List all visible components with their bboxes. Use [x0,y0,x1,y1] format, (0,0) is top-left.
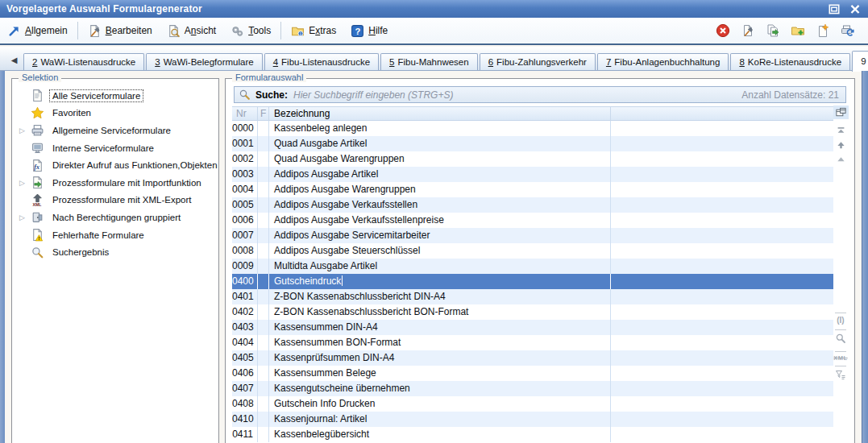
table-row[interactable]: 0411Kassenbelegübersicht [232,427,833,442]
cell-f [258,366,269,381]
tab-fibu-listenausdrucke[interactable]: 4Fibu-Listenausdrucke [264,53,379,71]
column-header-bezeichnung[interactable]: Bezeichnung [269,107,611,120]
tab-wawi-belegformulare[interactable]: 3WaWi-Belegformulare [146,53,262,71]
cell-spacer [611,259,833,274]
tree-item-fehlerhafte-formulare[interactable]: Fehlerhafte Formulare [12,226,218,244]
delete-button[interactable] [716,23,730,38]
scroll-up-button[interactable] [834,155,847,165]
column-header-nr[interactable]: Nr [232,107,258,120]
table-row[interactable]: 0004Addipos Ausgabe Warengruppen [232,182,833,197]
table-row[interactable]: 0402Z-BON Kassenabschlussbericht BON-For… [232,304,833,320]
parameters-button[interactable]: (I) [833,308,848,325]
new-form-button[interactable] [816,23,830,38]
add-folder-button[interactable] [791,23,805,38]
form-warning-icon [31,228,44,242]
tab-number: 8 [739,57,744,67]
table-row[interactable]: 0005Addipos Ausgabe Verkaufsstellen [232,197,833,213]
cell-spacer [611,167,833,182]
tab-number: 6 [488,57,493,67]
scroll-up-fast-button[interactable] [834,140,847,151]
table-row[interactable]: 0400Gutscheindruck [232,274,833,289]
table-row[interactable]: 0007Addipos Ausgabe Servicemitarbeiter [232,228,833,243]
table-row[interactable]: 0003Addipos Ausgabe Artikel [232,167,833,182]
table-row[interactable]: 0001Quad Ausgabe Artikel [232,136,833,151]
tree-item-nach-berechtigungen[interactable]: ▷Nach Berechtigungen gruppiert [12,209,218,226]
tab-kore-listenausdrucke[interactable]: 8KoRe-Listenausdrucke [730,53,850,71]
cell-spacer [611,350,833,366]
printer-forms-icon [31,123,44,137]
permissions-icon [31,210,44,224]
table-row[interactable]: 0405Kassenprüfsummen DIN-A4 [232,350,833,366]
scroll-first-button[interactable] [834,126,847,136]
tab-scroll-left-icon[interactable]: ◀ [8,52,20,68]
tab-fibu-anlagenbuchhaltung[interactable]: 7Fibu-Anlagenbuchhaltung [597,53,729,71]
tree-item-alle-serviceformulare[interactable]: Alle Serviceformulare [12,87,218,105]
print-refresh-button[interactable] [841,23,855,38]
menu-tools[interactable]: Tools [223,20,278,41]
table-row[interactable]: 0009Multidta Ausgabe Artikel [232,259,833,274]
cell-f [258,427,269,442]
menu-ansicht[interactable]: Ansicht [160,20,223,41]
menu-separator [77,22,78,39]
tree-item-prozessformulare-xml-export[interactable]: XMLProzessformulare mit XML-Export [12,192,218,209]
cell-f [258,167,269,182]
tree-item-label: Direkter Aufruf aus Funktionen,Objekten [50,159,218,171]
restore-icon[interactable] [828,3,841,15]
cell-spacer [611,228,833,243]
filter-button[interactable] [833,362,848,383]
tree-item-suchergebnis[interactable]: Suchergebnis [12,243,218,261]
tree-item-direkter-aufruf[interactable]: fxDirekter Aufruf aus Funktionen,Objekte… [12,156,218,174]
tree-item-interne-serviceformulare[interactable]: Interne Serviceformulare [12,139,218,157]
search-in-list-button[interactable] [833,325,848,347]
tree-item-prozessformulare-import[interactable]: ▷Prozessformulare mit Importfunktion [12,174,218,192]
cell-bezeichnung: Addipos Ausgabe Verkaufsstellenpreise [269,213,611,228]
menu-bearbeiten[interactable]: Bearbeiten [81,20,160,41]
duplicate-form-button[interactable] [766,23,780,38]
cell-bezeichnung: Addipos Ausgabe Verkaufsstellen [269,197,611,213]
column-chooser-button[interactable] [833,106,849,119]
tree-item-allgemeine-serviceformulare[interactable]: ▷Allgemeine Serviceformulare [12,122,218,139]
table-row[interactable]: 0008Addipos Ausgabe Steuerschlüssel [232,243,833,259]
xml-view-button[interactable]: XML [833,347,848,362]
tab-fibu-mahnwesen[interactable]: 5Fibu-Mahnwesen [380,53,478,71]
search-bar[interactable]: Suche: Hier Suchbegriff eingeben (STRG+S… [234,86,846,103]
cell-nr: 0406 [232,366,258,381]
cell-nr: 0408 [232,396,258,412]
search-placeholder[interactable]: Hier Suchbegriff eingeben (STRG+S) [293,89,453,101]
table-row[interactable]: 0403Kassensummen DIN-A4 [232,320,833,335]
menu-extras[interactable]: Extras [284,20,343,41]
tree-item-favoriten[interactable]: Favoriten [12,105,218,122]
import-form-icon [31,176,44,189]
cell-f [258,121,269,136]
expander-icon[interactable]: ▷ [19,179,31,187]
cell-spacer [611,121,833,136]
close-icon[interactable] [849,3,862,15]
column-header-f[interactable]: F [258,107,269,120]
menu-allgemein[interactable]: Allgemein [0,20,75,41]
expander-icon[interactable]: ▷ [19,213,31,222]
table-row[interactable]: 0401Z-BON Kassenabschlussbericht DIN-A4 [232,289,833,304]
table-row[interactable]: 0410Kassenjournal: Artikel [232,412,833,427]
cell-nr: 0009 [232,259,258,274]
tab-srv-serviceformulare[interactable]: 9SRV-Serviceformulare [852,51,868,72]
table-row[interactable]: 0408Gutschein Info Drucken [232,396,833,412]
table-row[interactable]: 0406Kassensummen Belege [232,366,833,381]
table-row[interactable]: 0006Addipos Ausgabe Verkaufsstellenpreis… [232,213,833,228]
edit-form-button[interactable] [741,23,755,38]
table-row[interactable]: 0404Kassensummen BON-Format [232,335,833,350]
tab-fibu-zahlungsverkehr[interactable]: 6Fibu-Zahlungsverkehr [480,53,596,71]
tab-wawi-listenausdrucke[interactable]: 2WaWi-Listenausdrucke [23,53,144,71]
tab-label: Fibu-Mahnwesen [397,57,468,67]
cell-spacer [611,427,833,442]
cell-bezeichnung: Kassenjournal: Artikel [269,412,611,427]
cell-bezeichnung: Addipos Ausgabe Servicemitarbeiter [269,228,611,243]
expander-icon[interactable]: ▷ [19,126,31,135]
cell-bezeichnung: Addipos Ausgabe Artikel [269,167,611,182]
tree-item-label: Allgemeine Serviceformulare [50,125,173,136]
table-row[interactable]: 0002Quad Ausgabe Warengruppen [232,151,833,167]
app-window: Vorgelagerte Auswahl Formulargenerator A… [0,0,868,443]
table-row[interactable]: 0407Kassengutscheine übernehmen [232,381,833,396]
menu-hilfe[interactable]: ?Hilfe [343,20,395,41]
table-row[interactable]: 0000Kassenbeleg anlegen [232,121,833,136]
cell-bezeichnung: Kassenprüfsummen DIN-A4 [269,350,611,366]
